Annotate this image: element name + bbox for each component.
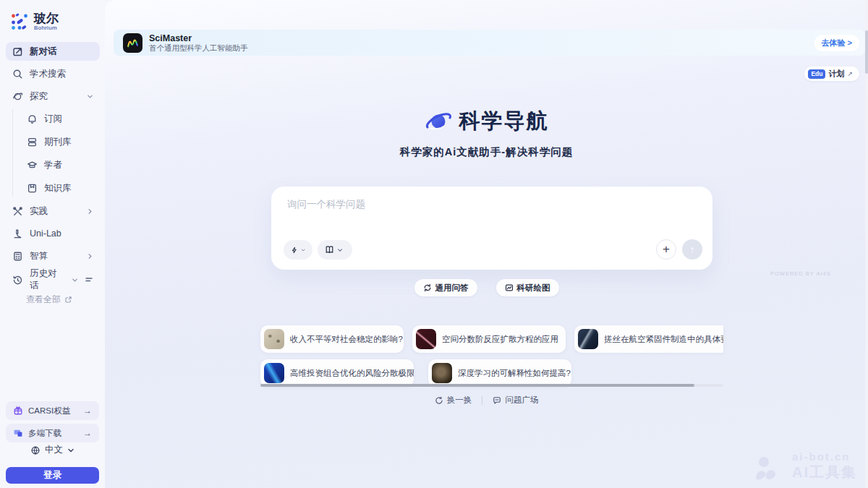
suggestion-thumbnail [578, 329, 598, 349]
sidebar-item-label: 智算 [30, 250, 48, 262]
suggestion-label: 空间分数阶反应扩散方程的应用 [442, 334, 558, 345]
search-icon [12, 69, 23, 80]
sidebar-item-academic-search[interactable]: 学术搜索 [6, 64, 100, 83]
page-title: 科学导航 [459, 107, 549, 136]
external-link-icon [64, 296, 72, 304]
multi-device-download-button[interactable]: 多端下载 → [6, 424, 99, 442]
chevron-right-icon [87, 208, 93, 215]
app-root: 玻尔 Bohrium 新对话 学术搜索 探究 订阅 期刊库 [0, 0, 868, 488]
try-it-button[interactable]: 去体验 > [814, 35, 859, 51]
carsi-label: CARSI权益 [28, 406, 78, 416]
bohrium-logo-icon [10, 12, 29, 31]
suggestion-thumbnail [264, 329, 284, 349]
research-drawing-label: 科研绘图 [517, 283, 550, 294]
sidebar-view-all-link[interactable]: 查看全部 [26, 294, 72, 306]
sidebar-item-new-chat[interactable]: 新对话 [6, 42, 100, 61]
planet-icon [12, 91, 23, 102]
footer-divider [482, 396, 482, 405]
science-nav-planet-icon [425, 111, 452, 132]
question-plaza-link[interactable]: 问题广场 [493, 395, 538, 406]
scimaster-title: SciMaster [149, 33, 248, 43]
hero-section: 科学导航 科学家的Ai文献助手-解决科学问题 [105, 107, 868, 159]
sidebar-item-label: 学者 [44, 159, 62, 171]
source-selector-button[interactable] [318, 240, 352, 260]
sidebar-item-label: 新对话 [30, 46, 57, 58]
sidebar-item-label: 知识库 [44, 182, 72, 194]
sidebar-item-explore[interactable]: 探究 [6, 87, 100, 106]
login-button[interactable]: 登录 [6, 467, 99, 484]
page-scrollbar-thumb[interactable] [865, 30, 868, 74]
sidebar-item-scholars[interactable]: 学者 [20, 155, 100, 174]
microscope-icon [12, 228, 23, 239]
question-composer: + ↑ [271, 187, 712, 270]
page-scrollbar-track[interactable] [865, 0, 868, 488]
download-label: 多端下载 [28, 428, 78, 439]
suggestion-chip[interactable]: 搓丝在航空紧固件制造中的具体要求是 [574, 325, 723, 353]
sidebar-item-compute[interactable]: 智算 [6, 247, 100, 265]
model-selector-button[interactable] [284, 240, 312, 260]
question-input[interactable] [287, 198, 692, 236]
suggestion-label: 收入不平等对社会稳定的影响? [290, 334, 403, 345]
edu-plan-button[interactable]: Edu 计划 ↗ [804, 67, 859, 81]
scimaster-banner[interactable]: SciMaster 首个通用型科学人工智能助手 去体验 > [114, 30, 865, 56]
sidebar-item-label: 订阅 [44, 113, 62, 125]
edu-plan-label: 计划 [828, 69, 844, 80]
view-all-label: 查看全部 [26, 294, 61, 306]
sidebar-item-label: 历史对话 [30, 267, 59, 292]
new-chat-icon [12, 46, 23, 57]
sidebar-item-unilab[interactable]: Uni-Lab [6, 224, 100, 243]
chips-scrollbar-thumb[interactable] [260, 384, 694, 387]
general-qa-button[interactable]: 通用问答 [414, 279, 477, 296]
journals-icon [27, 137, 38, 147]
chevron-down-icon [67, 447, 75, 454]
suggestion-chip[interactable]: 深度学习的可解释性如何提高? [428, 359, 571, 387]
globe-icon [30, 445, 41, 455]
language-switcher[interactable]: 中文 [0, 444, 105, 456]
devices-icon [13, 428, 23, 438]
suggestion-label: 深度学习的可解释性如何提高? [458, 368, 571, 379]
sidebar-item-label: 实践 [30, 205, 48, 218]
sidebar-item-knowledge-base[interactable]: 知识库 [20, 179, 100, 197]
edu-badge: Edu [808, 69, 825, 79]
logo-subname: Bohrium [34, 25, 59, 31]
suggestion-chip[interactable]: 收入不平等对社会稳定的影响? [260, 325, 404, 353]
attach-button[interactable]: + [656, 239, 676, 260]
research-drawing-button[interactable]: 科研绘图 [496, 279, 559, 296]
main-area: SciMaster 首个通用型科学人工智能助手 去体验 > Edu 计划 ↗ [105, 0, 868, 488]
sidebar-item-journals[interactable]: 期刊库 [20, 132, 100, 151]
question-plaza-label: 问题广场 [505, 395, 538, 406]
quick-actions: 通用问答 科研绘图 [105, 279, 868, 296]
bell-icon [27, 114, 38, 124]
knowledge-base-icon [27, 183, 38, 194]
suggestion-chip[interactable]: 空间分数阶反应扩散方程的应用 [412, 325, 566, 353]
refresh-suggestions-button[interactable]: 换一换 [435, 395, 472, 406]
suggestion-chip[interactable]: 高维投资组合优化的风险分散极限? [260, 359, 414, 387]
calculator-icon [12, 251, 23, 262]
suggestion-thumbnail [416, 329, 436, 349]
general-qa-label: 通用问答 [435, 283, 469, 294]
footer-links: 换一换 问题广场 [105, 395, 868, 406]
suggestion-thumbnail [264, 363, 284, 383]
powered-by-label: POWERED BY AI4S [770, 270, 831, 277]
chevron-right-icon [87, 253, 93, 260]
sidebar-item-history[interactable]: 历史对话 [6, 270, 100, 289]
chips-scrollbar-track[interactable] [260, 384, 723, 387]
sidebar-item-label: Uni-Lab [30, 228, 61, 239]
sidebar-item-practice[interactable]: 实践 [6, 202, 100, 221]
scholar-cap-icon [27, 160, 38, 171]
sidebar-item-subscriptions[interactable]: 订阅 [20, 109, 100, 128]
scimaster-logo-icon [123, 33, 142, 53]
history-list-icon[interactable] [85, 275, 93, 284]
logo-name: 玻尔 [34, 12, 59, 25]
arrow-right-icon: → [83, 406, 92, 416]
sidebar-item-label: 探究 [30, 90, 48, 103]
tools-icon [12, 206, 23, 217]
sidebar-item-label: 学术搜索 [30, 68, 66, 80]
carsi-benefits-button[interactable]: CARSI权益 → [6, 401, 99, 420]
language-label: 中文 [45, 444, 63, 456]
bohrium-logo[interactable]: 玻尔 Bohrium [10, 12, 59, 31]
send-button[interactable]: ↑ [682, 239, 702, 260]
chevron-down-icon [72, 277, 78, 283]
arrow-right-icon: → [83, 428, 92, 438]
gift-icon [13, 406, 23, 416]
